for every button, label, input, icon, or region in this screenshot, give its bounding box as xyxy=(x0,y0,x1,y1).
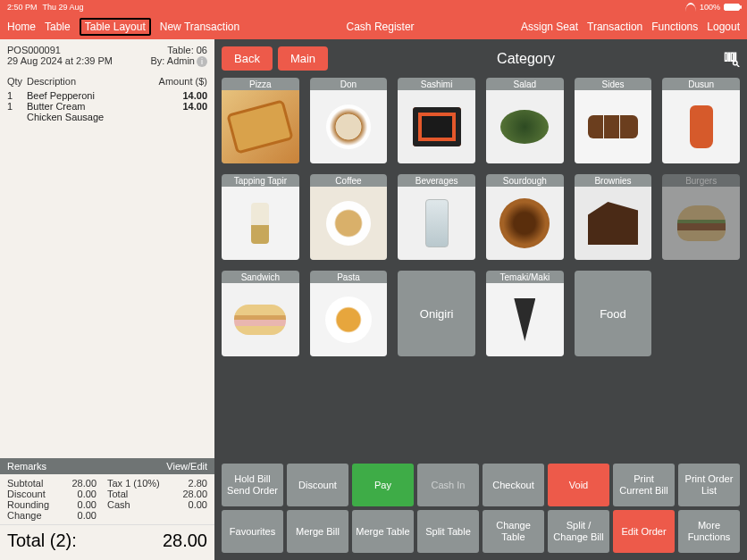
fn-checkout[interactable]: Checkout xyxy=(483,464,544,506)
fn-favourites[interactable]: Favourites xyxy=(222,510,283,553)
category-sides[interactable]: Sides xyxy=(575,78,652,163)
app-title: Cash Register xyxy=(239,21,521,33)
nav-table[interactable]: Table xyxy=(45,21,71,33)
top-nav: HomeTableTable LayoutNew Transaction Cas… xyxy=(0,14,747,39)
category-don[interactable]: Don xyxy=(310,78,388,163)
svg-rect-2 xyxy=(731,53,733,61)
nav-assign-seat[interactable]: Assign Seat xyxy=(521,21,578,33)
nav-new-transaction[interactable]: New Transaction xyxy=(160,21,239,33)
view-edit-link[interactable]: View/Edit xyxy=(166,461,207,472)
category-pasta[interactable]: Pasta xyxy=(310,271,388,356)
category-sashimi[interactable]: Sashimi xyxy=(398,78,475,163)
receipt-line[interactable]: 1Butter Cream14.00 xyxy=(7,101,207,112)
back-button[interactable]: Back xyxy=(222,46,273,71)
category-coffee[interactable]: Coffee xyxy=(310,174,388,260)
category-panel: Back Main Category PizzaDonSashimiSaladS… xyxy=(214,39,747,560)
category-burgers[interactable]: Burgers xyxy=(662,174,740,260)
fn-split-change-bill[interactable]: Split /Change Bill xyxy=(548,510,609,553)
fn-split-table[interactable]: Split Table xyxy=(417,510,479,553)
fn-more-functions[interactable]: MoreFunctions xyxy=(678,510,740,553)
nav-home[interactable]: Home xyxy=(7,21,36,33)
battery-icon xyxy=(724,4,740,11)
fn-merge-bill[interactable]: Merge Bill xyxy=(287,510,348,553)
fn-pay[interactable]: Pay xyxy=(352,464,414,506)
category-sandwich[interactable]: Sandwich xyxy=(222,271,299,356)
receipt-line[interactable]: 1Beef Pepperoni14.00 xyxy=(7,90,207,101)
category-salad[interactable]: Salad xyxy=(486,78,564,163)
battery-pct: 100% xyxy=(700,3,720,12)
receipt-panel: POS000091 Table: 06 29 Aug 2024 at 2:39 … xyxy=(0,39,214,560)
category-tapping-tapir[interactable]: Tapping Tapir xyxy=(222,174,299,260)
category-title: Category xyxy=(333,51,718,67)
by-label: By: Admin xyxy=(150,55,195,66)
category-brownies[interactable]: Brownies xyxy=(575,174,652,260)
remarks-bar[interactable]: Remarks View/Edit xyxy=(0,458,214,474)
status-bar: 2:50 PM Thu 29 Aug 100% xyxy=(0,0,747,14)
svg-rect-0 xyxy=(726,53,727,61)
fn-print-current-bill[interactable]: PrintCurrent Bill xyxy=(613,464,675,506)
category-sourdough[interactable]: Sourdough xyxy=(486,174,564,260)
category-dusun[interactable]: Dusun xyxy=(662,78,740,163)
pos-id: POS000091 xyxy=(7,45,61,55)
barcode-search-icon[interactable] xyxy=(724,51,740,67)
svg-line-5 xyxy=(736,64,739,67)
fn-discount[interactable]: Discount xyxy=(287,464,348,506)
svg-rect-3 xyxy=(734,53,736,61)
wifi-icon xyxy=(685,3,696,12)
category-food[interactable]: Food xyxy=(575,271,652,356)
status-date: Thu 29 Aug xyxy=(43,3,84,12)
category-beverages[interactable]: Beverages xyxy=(398,174,475,260)
fn-merge-table[interactable]: Merge Table xyxy=(352,510,414,553)
nav-functions[interactable]: Functions xyxy=(651,21,698,33)
fn-change-table[interactable]: ChangeTable xyxy=(483,510,544,553)
status-time: 2:50 PM xyxy=(7,3,38,12)
receipt-columns: Qty Description Amount ($) xyxy=(0,71,214,88)
fn-hold-bill-send-order[interactable]: Hold BillSend Order xyxy=(222,464,283,506)
nav-logout[interactable]: Logout xyxy=(707,21,740,33)
nav-transaction[interactable]: Transaction xyxy=(587,21,642,33)
main-button[interactable]: Main xyxy=(278,46,328,71)
fn-edit-order[interactable]: Edit Order xyxy=(613,510,675,553)
fn-print-order-list[interactable]: Print OrderList xyxy=(678,464,740,506)
nav-table-layout[interactable]: Table Layout xyxy=(80,18,151,36)
fn-cash-in[interactable]: Cash In xyxy=(417,464,479,506)
category-temaki-maki[interactable]: Temaki/Maki xyxy=(486,271,564,356)
grand-total: Total (2): 28.00 xyxy=(0,524,214,560)
category-onigiri[interactable]: Onigiri xyxy=(398,271,475,356)
receipt-timestamp: 29 Aug 2024 at 2:39 PM xyxy=(7,55,113,67)
info-icon[interactable]: i xyxy=(197,56,207,67)
svg-rect-1 xyxy=(728,53,730,61)
fn-void[interactable]: Void xyxy=(548,464,609,506)
table-label: Table: 06 xyxy=(167,45,207,55)
category-pizza[interactable]: Pizza xyxy=(222,78,299,163)
